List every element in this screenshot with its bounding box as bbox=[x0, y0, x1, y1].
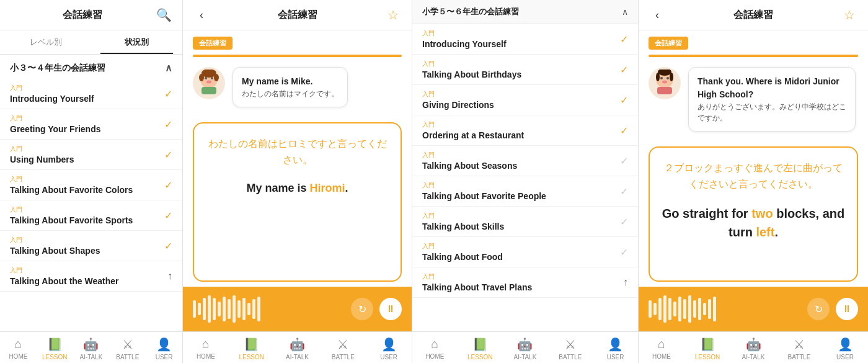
check-icon: ✓ bbox=[164, 210, 172, 222]
practice-badge-4: 会話練習 bbox=[649, 37, 688, 50]
nav-battle-2[interactable]: ⚔ BATTLE bbox=[320, 337, 366, 361]
tab-status[interactable]: 状況別 bbox=[91, 30, 182, 54]
svg-point-13 bbox=[656, 73, 660, 81]
scroll-up-inline-icon[interactable]: ↑ bbox=[167, 271, 172, 282]
nav-home-3[interactable]: ⌂ HOME bbox=[412, 337, 458, 361]
nav-user-3[interactable]: 👤 USER bbox=[593, 337, 638, 361]
aitalk-icon-4: 🤖 bbox=[746, 337, 761, 352]
practice-en-prefix: My name is bbox=[246, 182, 309, 194]
nav-home-1[interactable]: ⌂ HOME bbox=[0, 337, 37, 361]
character-svg-4 bbox=[652, 69, 677, 97]
chevron-up-icon[interactable]: ∧ bbox=[165, 62, 172, 74]
bottom-nav-2: ⌂ HOME 📗 LESSON 🤖 AI-TALK ⚔ BATTLE 👤 USE… bbox=[183, 331, 412, 363]
list-item[interactable]: 入門 Introducing Yourself ✓ bbox=[412, 24, 638, 55]
nav-aitalk-2[interactable]: 🤖 AI-TALK bbox=[275, 337, 321, 361]
nav-lesson-4[interactable]: 📗 LESSON bbox=[684, 337, 730, 361]
refresh-button-4[interactable]: ↻ bbox=[807, 298, 830, 320]
aitalk-icon-2: 🤖 bbox=[290, 337, 305, 352]
aitalk-icon-3: 🤖 bbox=[517, 337, 533, 352]
list-item[interactable]: 入門 Talking About Birthdays ✓ bbox=[412, 55, 638, 85]
check-icon: ✓ bbox=[164, 88, 172, 100]
bubble-en-1: My name is Mike. bbox=[242, 75, 339, 88]
svg-point-10 bbox=[666, 77, 669, 79]
nav-lesson-3[interactable]: 📗 LESSON bbox=[458, 337, 503, 361]
nav-home-2[interactable]: ⌂ HOME bbox=[183, 337, 229, 361]
svg-rect-15 bbox=[657, 87, 672, 94]
check-icon: ✓ bbox=[164, 119, 172, 130]
pause-button-4[interactable]: ⏸ bbox=[836, 298, 858, 320]
tab-level[interactable]: レベル別 bbox=[0, 30, 91, 54]
section-title-1: 小３〜４年生の会話練習 bbox=[10, 63, 105, 74]
avatar-1 bbox=[193, 67, 225, 99]
check-icon: ✓ bbox=[620, 246, 628, 258]
list-item[interactable]: 入門 Talking About Travel Plans ↑ bbox=[412, 267, 638, 298]
back-icon-4[interactable]: ‹ bbox=[649, 9, 666, 22]
lesson-icon-4: 📗 bbox=[700, 337, 715, 352]
nav-lesson-1[interactable]: 📗 LESSON bbox=[37, 337, 73, 361]
list-item[interactable]: 入門 Talking About Seasons ✓ bbox=[412, 146, 638, 176]
scroll-up-btn-3[interactable]: ↑ bbox=[623, 277, 628, 288]
back-icon[interactable]: ‹ bbox=[193, 9, 210, 22]
list-item[interactable]: 入門 Giving Directions ✓ bbox=[412, 85, 638, 115]
nav-battle-3[interactable]: ⚔ BATTLE bbox=[547, 337, 593, 361]
list-item[interactable]: 入門 Talking About Shapes ✓ bbox=[0, 231, 182, 261]
star-icon[interactable]: ☆ bbox=[384, 7, 402, 22]
list-item[interactable]: 入門 Ordering at a Restaurant ✓ bbox=[412, 115, 638, 146]
waveform-bar-1: ↻ ⏸ bbox=[183, 287, 412, 331]
list-item[interactable]: 入門 Introducing Yourself ✓ bbox=[0, 79, 182, 109]
check-icon: ✓ bbox=[164, 149, 172, 161]
panel1-header: 会話練習 🔍 bbox=[0, 0, 182, 30]
nav-user-4[interactable]: 👤 USER bbox=[822, 337, 868, 361]
nav-aitalk-3[interactable]: 🤖 AI-TALK bbox=[503, 337, 548, 361]
nav-aitalk-1[interactable]: 🤖 AI-TALK bbox=[73, 337, 110, 361]
nav-user-1[interactable]: 👤 USER bbox=[146, 337, 182, 361]
avatar-4 bbox=[649, 67, 681, 99]
star-icon-4[interactable]: ☆ bbox=[841, 7, 858, 22]
practice-card-1: わたしの名前はヒロミですと言ってください。 My name is Hiromi. bbox=[193, 122, 402, 282]
bubble-ja-4: ありがとうございます。みどり中学校はどこですか。 bbox=[698, 101, 846, 123]
refresh-button-1[interactable]: ↻ bbox=[351, 298, 373, 320]
check-icon: ✓ bbox=[164, 240, 172, 252]
check-icon: ✓ bbox=[620, 186, 628, 197]
panel4-header: ‹ 会話練習 ☆ bbox=[639, 0, 868, 30]
user-icon-3: 👤 bbox=[608, 337, 623, 352]
svg-point-9 bbox=[660, 77, 663, 79]
nav-home-label: HOME bbox=[9, 353, 27, 360]
svg-point-3 bbox=[206, 81, 211, 84]
check-icon: ✓ bbox=[620, 155, 628, 167]
nav-home-4[interactable]: ⌂ HOME bbox=[639, 337, 684, 361]
svg-point-14 bbox=[670, 73, 673, 81]
nav-battle-1[interactable]: ⚔ BATTLE bbox=[109, 337, 146, 361]
pause-button-1[interactable]: ⏸ bbox=[379, 298, 402, 320]
home-icon-3: ⌂ bbox=[431, 337, 438, 351]
nav-lesson-2[interactable]: 📗 LESSON bbox=[229, 337, 275, 361]
nav-aitalk-label: AI-TALK bbox=[79, 354, 102, 361]
list-item[interactable]: 入門 Talking About Favorite Sports ✓ bbox=[0, 200, 182, 231]
nav-aitalk-4[interactable]: 🤖 AI-TALK bbox=[730, 337, 776, 361]
practice-en-4: Go straight for two blocks, and turn lef… bbox=[660, 204, 847, 241]
nav-user-label: USER bbox=[156, 354, 173, 361]
list-item[interactable]: 入門 Talking About Favorite Colors ✓ bbox=[0, 170, 182, 200]
character-svg bbox=[197, 69, 221, 97]
panel3-section-title: 小学５〜６年生の会話練習 bbox=[422, 6, 519, 17]
list-item[interactable]: 入門 Talking About Skills ✓ bbox=[412, 207, 638, 237]
list-item[interactable]: 入門 Talking About the Weather ↑ bbox=[0, 261, 182, 292]
list-item[interactable]: 入門 Talking About Favorite People ✓ bbox=[412, 176, 638, 207]
home-icon-2: ⌂ bbox=[202, 337, 210, 351]
nav-user-2[interactable]: 👤 USER bbox=[366, 337, 412, 361]
check-icon: ✓ bbox=[620, 216, 628, 228]
list-item[interactable]: 入門 Greeting Your Friends ✓ bbox=[0, 109, 182, 140]
check-icon: ✓ bbox=[620, 94, 628, 106]
list-item[interactable]: 入門 Talking About Food ✓ bbox=[412, 237, 638, 267]
search-icon[interactable]: 🔍 bbox=[155, 7, 172, 22]
waveform-4 bbox=[649, 295, 807, 323]
nav-battle-4[interactable]: ⚔ BATTLE bbox=[776, 337, 822, 361]
chevron-up-icon-3[interactable]: ∧ bbox=[622, 7, 628, 17]
user-icon: 👤 bbox=[156, 337, 172, 352]
practice-en-1: My name is Hiromi. bbox=[204, 180, 391, 197]
list-item[interactable]: 入門 Using Numbers ✓ bbox=[0, 140, 182, 170]
bottom-nav-1: ⌂ HOME 📗 LESSON 🤖 AI-TALK ⚔ BATTLE 👤 USE… bbox=[0, 331, 182, 363]
aitalk-icon: 🤖 bbox=[83, 337, 99, 352]
home-icon-4: ⌂ bbox=[658, 337, 665, 351]
waveform-1 bbox=[193, 295, 351, 323]
